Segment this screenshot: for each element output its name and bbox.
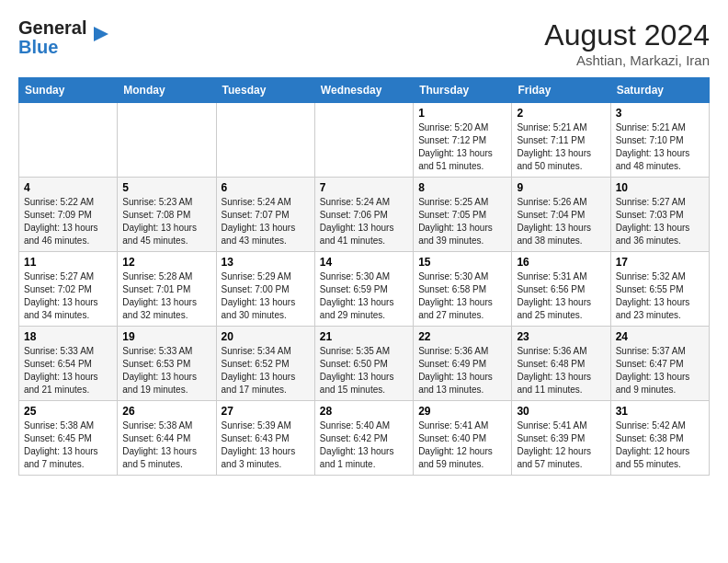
calendar-cell: 19Sunrise: 5:33 AMSunset: 6:53 PMDayligh… bbox=[118, 327, 216, 401]
day-info: Sunrise: 5:34 AMSunset: 6:52 PMDaylight:… bbox=[222, 345, 310, 396]
calendar-cell: 9Sunrise: 5:26 AMSunset: 7:04 PMDaylight… bbox=[512, 178, 610, 252]
page-header: General Blue August 2024 Ashtian, Markaz… bbox=[18, 18, 710, 68]
day-info: Sunrise: 5:28 AMSunset: 7:01 PMDaylight:… bbox=[122, 270, 210, 322]
calendar-cell: 29Sunrise: 5:41 AMSunset: 6:40 PMDayligh… bbox=[414, 401, 512, 476]
calendar-cell: 5Sunrise: 5:23 AMSunset: 7:08 PMDaylight… bbox=[118, 178, 216, 252]
calendar-cell: 3Sunrise: 5:21 AMSunset: 7:10 PMDaylight… bbox=[610, 103, 709, 178]
day-info: Sunrise: 5:41 AMSunset: 6:39 PMDaylight:… bbox=[517, 419, 605, 471]
calendar-cell: 4Sunrise: 5:22 AMSunset: 7:09 PMDaylight… bbox=[19, 178, 118, 252]
col-tuesday: Tuesday bbox=[216, 78, 314, 103]
calendar-week-row: 4Sunrise: 5:22 AMSunset: 7:09 PMDaylight… bbox=[19, 178, 710, 252]
day-info: Sunrise: 5:42 AMSunset: 6:38 PMDaylight:… bbox=[616, 419, 704, 471]
calendar-body: 1Sunrise: 5:20 AMSunset: 7:12 PMDaylight… bbox=[19, 103, 710, 476]
calendar-week-row: 25Sunrise: 5:38 AMSunset: 6:45 PMDayligh… bbox=[19, 401, 710, 476]
col-saturday: Saturday bbox=[610, 78, 709, 103]
day-number: 5 bbox=[122, 181, 210, 194]
calendar-week-row: 11Sunrise: 5:27 AMSunset: 7:02 PMDayligh… bbox=[19, 252, 710, 327]
day-info: Sunrise: 5:41 AMSunset: 6:40 PMDaylight:… bbox=[418, 419, 506, 471]
calendar-week-row: 18Sunrise: 5:33 AMSunset: 6:54 PMDayligh… bbox=[19, 327, 710, 401]
day-number: 15 bbox=[418, 256, 506, 269]
day-info: Sunrise: 5:26 AMSunset: 7:04 PMDaylight:… bbox=[517, 196, 605, 247]
day-info: Sunrise: 5:27 AMSunset: 7:03 PMDaylight:… bbox=[616, 196, 704, 247]
logo-line2: Blue bbox=[18, 38, 86, 57]
day-number: 10 bbox=[616, 181, 704, 194]
day-number: 21 bbox=[320, 330, 408, 343]
day-number: 17 bbox=[616, 256, 704, 269]
day-number: 29 bbox=[418, 405, 506, 418]
day-info: Sunrise: 5:24 AMSunset: 7:06 PMDaylight:… bbox=[320, 196, 408, 247]
day-number: 1 bbox=[418, 107, 506, 120]
calendar-cell: 7Sunrise: 5:24 AMSunset: 7:06 PMDaylight… bbox=[314, 178, 413, 252]
day-number: 6 bbox=[222, 181, 310, 194]
day-info: Sunrise: 5:29 AMSunset: 7:00 PMDaylight:… bbox=[222, 270, 310, 322]
day-info: Sunrise: 5:20 AMSunset: 7:12 PMDaylight:… bbox=[418, 121, 506, 173]
col-wednesday: Wednesday bbox=[314, 78, 413, 103]
day-info: Sunrise: 5:36 AMSunset: 6:49 PMDaylight:… bbox=[418, 345, 506, 396]
calendar-cell: 1Sunrise: 5:20 AMSunset: 7:12 PMDaylight… bbox=[414, 103, 512, 178]
day-number: 16 bbox=[517, 256, 605, 269]
day-info: Sunrise: 5:32 AMSunset: 6:55 PMDaylight:… bbox=[616, 270, 704, 322]
day-number: 11 bbox=[24, 256, 112, 269]
day-info: Sunrise: 5:25 AMSunset: 7:05 PMDaylight:… bbox=[418, 196, 506, 247]
calendar-cell: 17Sunrise: 5:32 AMSunset: 6:55 PMDayligh… bbox=[610, 252, 709, 327]
day-number: 4 bbox=[24, 181, 112, 194]
day-number: 14 bbox=[320, 256, 408, 269]
calendar-cell: 13Sunrise: 5:29 AMSunset: 7:00 PMDayligh… bbox=[216, 252, 314, 327]
day-info: Sunrise: 5:33 AMSunset: 6:54 PMDaylight:… bbox=[24, 345, 112, 396]
day-number: 31 bbox=[616, 405, 704, 418]
day-info: Sunrise: 5:27 AMSunset: 7:02 PMDaylight:… bbox=[24, 270, 112, 322]
day-info: Sunrise: 5:36 AMSunset: 6:48 PMDaylight:… bbox=[517, 345, 605, 396]
calendar-cell: 20Sunrise: 5:34 AMSunset: 6:52 PMDayligh… bbox=[216, 327, 314, 401]
calendar-cell: 31Sunrise: 5:42 AMSunset: 6:38 PMDayligh… bbox=[610, 401, 709, 476]
day-info: Sunrise: 5:22 AMSunset: 7:09 PMDaylight:… bbox=[24, 196, 112, 247]
calendar-table: Sunday Monday Tuesday Wednesday Thursday… bbox=[18, 77, 710, 476]
calendar-page: General Blue August 2024 Ashtian, Markaz… bbox=[0, 0, 728, 485]
calendar-cell: 18Sunrise: 5:33 AMSunset: 6:54 PMDayligh… bbox=[19, 327, 118, 401]
calendar-cell: 30Sunrise: 5:41 AMSunset: 6:39 PMDayligh… bbox=[512, 401, 610, 476]
day-number: 19 bbox=[122, 330, 210, 343]
calendar-cell: 14Sunrise: 5:30 AMSunset: 6:59 PMDayligh… bbox=[314, 252, 413, 327]
day-info: Sunrise: 5:40 AMSunset: 6:42 PMDaylight:… bbox=[320, 419, 408, 471]
calendar-cell bbox=[19, 103, 118, 178]
location-subtitle: Ashtian, Markazi, Iran bbox=[544, 52, 710, 68]
day-number: 23 bbox=[517, 330, 605, 343]
logo-arrow-icon bbox=[90, 23, 112, 45]
day-info: Sunrise: 5:23 AMSunset: 7:08 PMDaylight:… bbox=[122, 196, 210, 247]
day-number: 2 bbox=[517, 107, 605, 120]
day-number: 20 bbox=[222, 330, 310, 343]
day-number: 30 bbox=[517, 405, 605, 418]
logo: General Blue bbox=[18, 18, 112, 57]
day-number: 24 bbox=[616, 330, 704, 343]
calendar-cell bbox=[118, 103, 216, 178]
calendar-cell: 10Sunrise: 5:27 AMSunset: 7:03 PMDayligh… bbox=[610, 178, 709, 252]
day-info: Sunrise: 5:39 AMSunset: 6:43 PMDaylight:… bbox=[222, 419, 310, 471]
calendar-cell: 2Sunrise: 5:21 AMSunset: 7:11 PMDaylight… bbox=[512, 103, 610, 178]
day-number: 12 bbox=[122, 256, 210, 269]
col-sunday: Sunday bbox=[19, 78, 118, 103]
calendar-cell: 22Sunrise: 5:36 AMSunset: 6:49 PMDayligh… bbox=[414, 327, 512, 401]
calendar-cell: 6Sunrise: 5:24 AMSunset: 7:07 PMDaylight… bbox=[216, 178, 314, 252]
calendar-cell: 24Sunrise: 5:37 AMSunset: 6:47 PMDayligh… bbox=[610, 327, 709, 401]
day-info: Sunrise: 5:30 AMSunset: 6:58 PMDaylight:… bbox=[418, 270, 506, 322]
day-number: 3 bbox=[616, 107, 704, 120]
calendar-cell: 16Sunrise: 5:31 AMSunset: 6:56 PMDayligh… bbox=[512, 252, 610, 327]
calendar-cell: 8Sunrise: 5:25 AMSunset: 7:05 PMDaylight… bbox=[414, 178, 512, 252]
day-number: 18 bbox=[24, 330, 112, 343]
logo-line1: General bbox=[18, 18, 86, 38]
day-number: 13 bbox=[222, 256, 310, 269]
col-friday: Friday bbox=[512, 78, 610, 103]
col-thursday: Thursday bbox=[414, 78, 512, 103]
svg-marker-0 bbox=[94, 27, 108, 41]
calendar-cell: 28Sunrise: 5:40 AMSunset: 6:42 PMDayligh… bbox=[314, 401, 413, 476]
day-info: Sunrise: 5:24 AMSunset: 7:07 PMDaylight:… bbox=[222, 196, 310, 247]
header-row: Sunday Monday Tuesday Wednesday Thursday… bbox=[19, 78, 710, 103]
day-number: 25 bbox=[24, 405, 112, 418]
col-monday: Monday bbox=[118, 78, 216, 103]
calendar-cell: 12Sunrise: 5:28 AMSunset: 7:01 PMDayligh… bbox=[118, 252, 216, 327]
calendar-cell: 15Sunrise: 5:30 AMSunset: 6:58 PMDayligh… bbox=[414, 252, 512, 327]
day-number: 9 bbox=[517, 181, 605, 194]
day-info: Sunrise: 5:38 AMSunset: 6:45 PMDaylight:… bbox=[24, 419, 112, 471]
calendar-header: Sunday Monday Tuesday Wednesday Thursday… bbox=[19, 78, 710, 103]
day-info: Sunrise: 5:21 AMSunset: 7:10 PMDaylight:… bbox=[616, 121, 704, 173]
day-number: 27 bbox=[222, 405, 310, 418]
